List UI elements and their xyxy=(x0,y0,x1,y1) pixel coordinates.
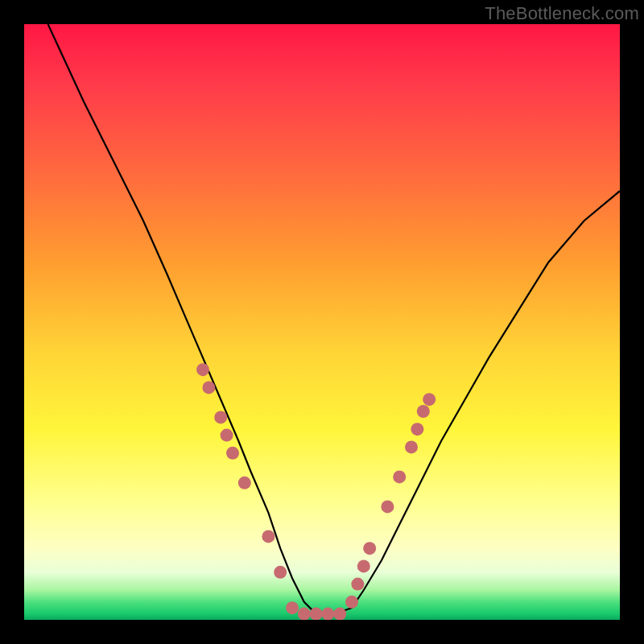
highlight-dot xyxy=(381,500,394,513)
highlight-dot xyxy=(345,596,358,609)
highlight-dot xyxy=(411,423,423,436)
chart-svg xyxy=(24,24,620,620)
highlight-dot xyxy=(333,608,346,620)
highlight-dot xyxy=(226,447,239,460)
highlight-dot xyxy=(202,381,215,394)
highlight-dot xyxy=(405,440,418,453)
chart-frame: TheBottleneck.com xyxy=(0,0,644,644)
highlight-dot xyxy=(238,477,251,489)
highlight-dot xyxy=(214,411,227,423)
highlight-dot xyxy=(196,363,209,376)
highlight-dot xyxy=(423,393,436,406)
highlight-dot xyxy=(417,405,430,418)
highlight-dot xyxy=(274,566,287,579)
highlight-dot xyxy=(393,470,406,483)
highlight-dot xyxy=(351,578,364,591)
highlight-dot xyxy=(262,530,275,543)
highlight-dot xyxy=(298,608,311,620)
highlight-dot xyxy=(321,608,334,620)
highlight-dot xyxy=(310,608,323,620)
highlight-dot xyxy=(286,601,299,614)
watermark-text: TheBottleneck.com xyxy=(485,3,639,24)
highlight-dot xyxy=(363,542,376,555)
bottleneck-curve xyxy=(48,24,620,614)
highlight-dot xyxy=(221,429,233,442)
highlight-dots-group xyxy=(196,363,436,620)
highlight-dot xyxy=(357,559,370,572)
chart-plot-area xyxy=(24,24,620,620)
